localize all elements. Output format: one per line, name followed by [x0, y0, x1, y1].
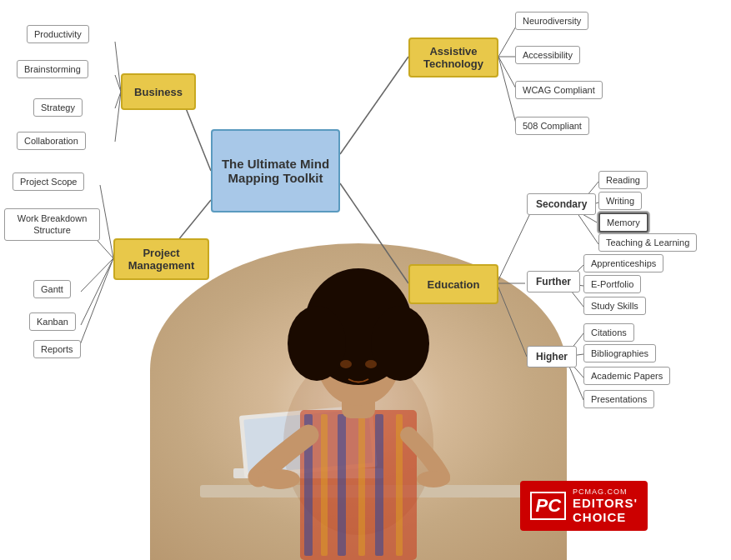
study-skills-node: Study Skills — [583, 297, 646, 315]
svg-line-30 — [81, 258, 113, 325]
citations-node: Citations — [583, 323, 634, 342]
svg-line-31 — [78, 258, 113, 349]
writing-node: Writing — [598, 192, 642, 210]
productivity-node: Productivity — [27, 25, 89, 43]
editors-choice-badge: PC PCMAG.COM EDITORS' CHOICE — [520, 481, 648, 531]
apprenticeships-node: Apprenticeships — [583, 254, 663, 272]
choice-label: CHOICE — [573, 510, 638, 524]
secondary-node: Secondary — [527, 193, 596, 215]
wbs-node: Work Breakdown Structure — [4, 208, 100, 241]
teaching-learning-node: Teaching & Learning — [598, 233, 697, 252]
central-node: The Ultimate Mind Mapping Toolkit — [211, 129, 340, 212]
eportfolio-node: E-Portfolio — [583, 275, 641, 293]
svg-line-33 — [498, 25, 517, 57]
editors-choice-text: PCMAG.COM EDITORS' CHOICE — [573, 488, 638, 524]
neurodiversity-node: Neurodiversity — [515, 12, 588, 30]
editors-label: EDITORS' — [573, 496, 638, 510]
assistive-technology-node: Assistive Technology — [408, 38, 498, 78]
gantt-node: Gantt — [33, 280, 71, 298]
pcmag-site: PCMAG.COM — [573, 488, 638, 496]
brainstorming-node: Brainstorming — [17, 60, 88, 78]
central-label: The Ultimate Mind Mapping Toolkit — [219, 157, 332, 185]
strategy-node: Strategy — [33, 98, 83, 117]
project-management-node: Project Management — [113, 238, 209, 280]
svg-line-27 — [100, 185, 113, 258]
memory-node: Memory — [598, 212, 648, 232]
bibliographies-node: Bibliographies — [583, 344, 656, 362]
further-node: Further — [527, 271, 580, 292]
kanban-node: Kanban — [29, 312, 76, 331]
svg-line-35 — [498, 57, 517, 90]
svg-line-29 — [81, 258, 113, 292]
academic-papers-node: Academic Papers — [583, 367, 670, 385]
svg-line-32 — [340, 57, 408, 154]
reports-node: Reports — [33, 340, 81, 358]
education-node: Education — [408, 264, 498, 304]
svg-line-47 — [497, 283, 527, 357]
section508-node: 508 Compliant — [515, 117, 589, 135]
higher-node: Higher — [527, 346, 577, 368]
accessibility-node: Accessibility — [515, 46, 580, 64]
collaboration-node: Collaboration — [17, 132, 86, 150]
presentations-node: Presentations — [583, 390, 654, 408]
business-node: Business — [121, 73, 196, 110]
pc-logo: PC — [530, 492, 566, 520]
project-scope-node: Project Scope — [13, 172, 84, 191]
svg-line-37 — [340, 183, 408, 283]
svg-line-36 — [498, 57, 517, 127]
svg-line-42 — [575, 210, 598, 244]
reading-node: Reading — [598, 171, 648, 189]
wcag-node: WCAG Compliant — [515, 81, 603, 99]
